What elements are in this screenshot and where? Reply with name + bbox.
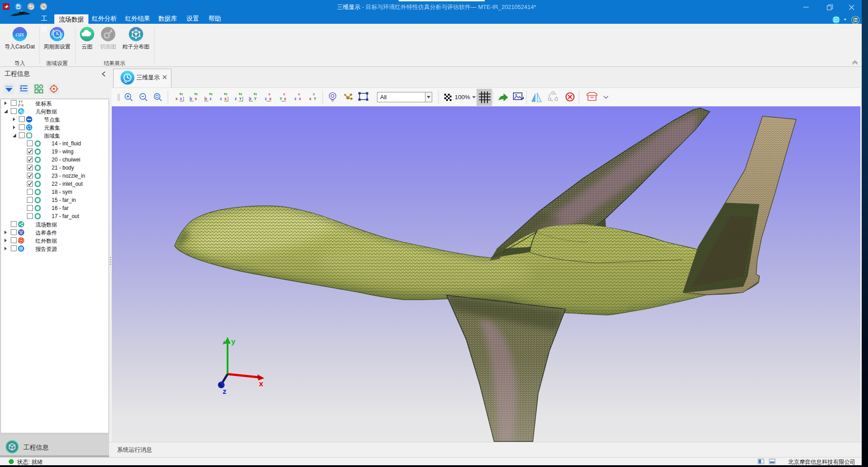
svg-text:z: z bbox=[190, 96, 192, 101]
svg-text:x: x bbox=[299, 96, 301, 101]
svg-text:x: x bbox=[269, 96, 272, 101]
svg-text:z: z bbox=[265, 96, 267, 101]
svg-text:z: z bbox=[235, 96, 237, 101]
svg-text:x: x bbox=[205, 96, 207, 101]
svg-text:100%: 100% bbox=[455, 94, 470, 100]
svg-text:x: x bbox=[284, 96, 286, 101]
svg-text:Y: Y bbox=[314, 96, 316, 101]
svg-text:z: z bbox=[294, 96, 296, 101]
svg-text:Y: Y bbox=[241, 93, 243, 96]
svg-text:x: x bbox=[195, 96, 197, 101]
svg-text:Y: Y bbox=[280, 96, 282, 101]
svg-text:x: x bbox=[224, 96, 227, 101]
svg-text:x: x bbox=[175, 96, 178, 101]
svg-text:Y: Y bbox=[211, 93, 213, 96]
svg-text:Y: Y bbox=[196, 93, 198, 96]
svg-text:Y: Y bbox=[239, 96, 242, 101]
svg-text:cas: cas bbox=[16, 31, 24, 38]
svg-text:y: y bbox=[231, 337, 236, 346]
svg-text:Y: Y bbox=[181, 93, 184, 96]
svg-text:z: z bbox=[223, 387, 227, 396]
svg-text:Y: Y bbox=[255, 93, 258, 96]
svg-text:z: z bbox=[210, 96, 211, 101]
svg-text:x: x bbox=[259, 380, 263, 388]
svg-text:z: z bbox=[250, 96, 251, 101]
svg-text:x: x bbox=[309, 96, 311, 101]
svg-text:z: z bbox=[220, 96, 222, 101]
svg-text:Y: Y bbox=[254, 96, 257, 101]
svg-text:All: All bbox=[380, 94, 387, 100]
svg-text:Y: Y bbox=[226, 93, 228, 96]
svg-text:z: z bbox=[180, 96, 182, 101]
